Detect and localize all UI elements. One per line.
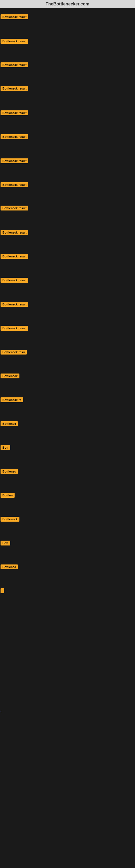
bottleneck-badge[interactable]: Bottleneck result (1, 86, 28, 91)
bottleneck-item: Bottleneck resu (1, 350, 27, 355)
bottleneck-badge[interactable]: Bottleneck result (1, 254, 28, 259)
site-header: TheBottlenecker.com (0, 0, 135, 8)
bottleneck-item: Bottleneck result (1, 182, 28, 188)
bottleneck-badge[interactable]: Bott (1, 445, 10, 450)
bottleneck-badge[interactable]: Bottleneck result (1, 111, 28, 115)
bottleneck-item: Bottleneck result (1, 254, 28, 260)
bottleneck-badge[interactable]: Bottleneck result (1, 134, 28, 139)
bottleneck-item: Bott (1, 445, 10, 451)
bottleneck-badge[interactable]: Bottleneck result (1, 206, 28, 211)
bottleneck-item: Bottleneck result (1, 39, 28, 45)
small-label: c (1, 710, 2, 713)
bottleneck-badge[interactable]: Bottleneck result (1, 230, 28, 235)
bottleneck-badge[interactable]: Bottlenec (1, 421, 18, 426)
page-container: TheBottlenecker.com Bottleneck resultBot… (0, 0, 135, 849)
bottleneck-item: Bottleneck result (1, 230, 28, 236)
bottleneck-badge[interactable]: Bottleneck result (1, 62, 28, 67)
bottleneck-item: Bottlen (1, 493, 14, 499)
bottleneck-badge[interactable]: Bottleneck result (1, 14, 28, 19)
content-area: Bottleneck resultBottleneck resultBottle… (0, 8, 135, 849)
bottleneck-badge[interactable]: Bottleneck resu (1, 350, 27, 354)
site-title: TheBottlenecker.com (46, 2, 89, 6)
bottleneck-item: Bottleneck result (1, 278, 28, 284)
bottleneck-item: Bottleneck result (1, 326, 28, 332)
bottleneck-badge[interactable]: Bottleneck (1, 517, 19, 522)
bottleneck-badge[interactable]: Bottlen (1, 493, 14, 498)
bottleneck-item: Bottleneck (1, 373, 19, 379)
bottleneck-badge[interactable]: Bottleneck result (1, 326, 28, 331)
bottleneck-item: Bottleneck result (1, 62, 28, 68)
bottleneck-item: Bottleneck result (1, 134, 28, 140)
bottleneck-badge[interactable]: Bottleneck result (1, 302, 28, 307)
bottleneck-item: Bottlenec (1, 421, 18, 427)
bottleneck-item: | (1, 588, 4, 594)
bottleneck-item: Bottleneck result (1, 158, 28, 164)
bottleneck-item: Bottleneck result (1, 302, 28, 308)
bottleneck-item: Bott (1, 540, 10, 547)
bottleneck-item: Bottlenec (1, 469, 18, 475)
bottleneck-badge[interactable]: Bottleneck result (1, 182, 28, 187)
bottleneck-item: Bottleneck re (1, 397, 23, 403)
bottleneck-badge[interactable]: Bottleneck result (1, 158, 28, 163)
bottleneck-item: Bottlenec (1, 564, 18, 570)
bottleneck-badge[interactable]: | (1, 588, 4, 593)
bottleneck-badge[interactable]: Bottleneck (1, 373, 19, 378)
bottleneck-badge[interactable]: Bottleneck re (1, 397, 23, 402)
bottleneck-item: Bottleneck (1, 517, 19, 523)
bottleneck-badge[interactable]: Bottlenec (1, 564, 18, 569)
bottleneck-item: Bottleneck result (1, 111, 28, 116)
bottleneck-badge[interactable]: Bott (1, 540, 10, 546)
bottleneck-badge[interactable]: Bottlenec (1, 469, 18, 474)
bottleneck-item: Bottleneck result (1, 14, 28, 20)
bottleneck-item: Bottleneck result (1, 206, 28, 212)
bottleneck-badge[interactable]: Bottleneck result (1, 278, 28, 283)
bottleneck-item: Bottleneck result (1, 86, 28, 92)
bottleneck-badge[interactable]: Bottleneck result (1, 39, 28, 44)
